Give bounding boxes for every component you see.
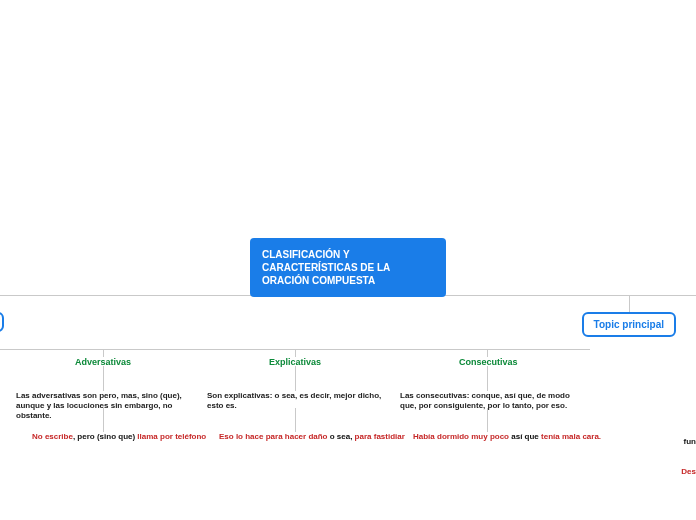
ex-con-p2: así que: [509, 432, 541, 441]
ex-adv-p1: No escribe: [32, 432, 73, 441]
conn-con-2: [487, 408, 488, 432]
conn-exp-2: [295, 408, 296, 432]
col-explicativas-example: Eso lo hace para hacer daño o sea, para …: [219, 432, 405, 441]
col-adversativas-desc: Las adversativas son pero, mas, sino (qu…: [16, 391, 196, 421]
conn-con-1: [487, 366, 488, 391]
conn-exp-1: [295, 366, 296, 391]
edge-text-des: Des: [681, 467, 696, 476]
col-consecutivas-title[interactable]: Consecutivas: [459, 357, 518, 367]
topic-principal-label: Topic principal: [594, 319, 664, 330]
ex-exp-p1: Eso lo hace para hacer daño: [219, 432, 327, 441]
col-consecutivas-desc: Las consecutivas: conque, así que, de mo…: [400, 391, 575, 411]
connector-right-down: [629, 295, 630, 312]
ex-exp-p2: o sea,: [327, 432, 354, 441]
ex-con-p3: tenía mala cara.: [541, 432, 601, 441]
col-adversativas-title[interactable]: Adversativas: [75, 357, 131, 367]
topic-edge-left[interactable]: [0, 312, 4, 332]
col-explicativas-title[interactable]: Explicativas: [269, 357, 321, 367]
col-explicativas-desc: Son explicativas: o sea, es decir, mejor…: [207, 391, 385, 411]
ex-con-p1: Había dormido muy poco: [413, 432, 509, 441]
ex-adv-p2: , pero (sino que): [73, 432, 137, 441]
edge-text-fun: fun: [684, 437, 696, 446]
root-node[interactable]: CLASIFICACIÓN Y CARACTERÍSTICAS DE LA OR…: [250, 238, 446, 297]
col-adversativas-example: No escribe, pero (sino que) llama por te…: [32, 432, 206, 441]
connector-h-main-right: [630, 295, 696, 296]
conn-adv-up: [103, 349, 104, 357]
topic-principal-button[interactable]: Topic principal: [582, 312, 676, 337]
root-title: CLASIFICACIÓN Y CARACTERÍSTICAS DE LA OR…: [262, 249, 390, 286]
ex-adv-p3: llama por teléfono: [137, 432, 206, 441]
conn-adv-1: [103, 366, 104, 391]
conn-con-up: [487, 349, 488, 357]
ex-exp-p3: para fastidiar: [355, 432, 405, 441]
conn-exp-up: [295, 349, 296, 357]
col-consecutivas-example: Había dormido muy poco así que tenía mal…: [413, 432, 601, 441]
